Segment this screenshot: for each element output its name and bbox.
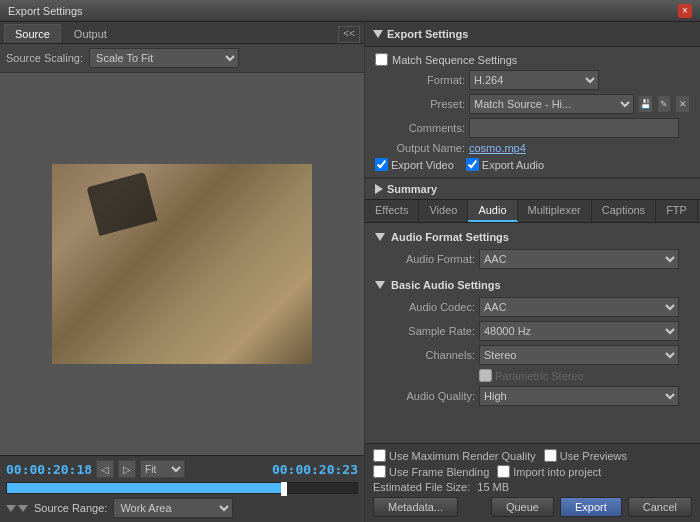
tab-bar: Source Output << (0, 22, 364, 44)
use-previews-checkbox[interactable] (544, 449, 557, 462)
comments-input[interactable] (469, 118, 679, 138)
audio-codec-row: Audio Codec: AAC (375, 297, 690, 317)
scrubber-handle[interactable] (281, 482, 287, 496)
frame-blending-checkbox[interactable] (373, 465, 386, 478)
close-button[interactable]: × (678, 4, 692, 18)
preset-label: Preset: (375, 98, 465, 110)
format-select[interactable]: H.264 (469, 70, 599, 90)
match-seq-label: Match Sequence Settings (392, 54, 517, 66)
preview-area (0, 73, 364, 455)
file-size-value: 15 MB (477, 481, 509, 493)
scrubber-fill (7, 483, 287, 493)
match-seq-row: Match Sequence Settings (375, 53, 690, 66)
main-container: Source Output << Source Scaling: Scale T… (0, 22, 700, 522)
summary-label: Summary (387, 183, 437, 195)
source-range-label: Source Range: (34, 502, 107, 514)
panel-tabs: Effects Video Audio Multiplexer Captions… (365, 199, 700, 223)
source-range-select[interactable]: Work Area (113, 498, 233, 518)
preview-image (52, 164, 312, 364)
audio-codec-select[interactable]: AAC (479, 297, 679, 317)
frame-blending-label: Use Frame Blending (373, 465, 489, 478)
summary-row: Summary (365, 178, 700, 199)
match-seq-checkbox[interactable] (375, 53, 388, 66)
fit-select[interactable]: Fit (140, 460, 185, 478)
tab-multiplexer[interactable]: Multiplexer (518, 200, 592, 222)
export-checkboxes: Export Video Export Audio (375, 158, 690, 171)
expand-icon (373, 30, 383, 38)
output-name-label: Output Name: (375, 142, 465, 154)
options-row-1: Use Maximum Render Quality Use Previews (373, 449, 692, 462)
tab-audio[interactable]: Audio (468, 200, 517, 222)
export-audio-label: Export Audio (466, 158, 544, 171)
source-scaling-select[interactable]: Scale To Fit (89, 48, 239, 68)
export-button[interactable]: Export (560, 497, 622, 517)
export-video-checkbox[interactable] (375, 158, 388, 171)
max-render-checkbox[interactable] (373, 449, 386, 462)
source-scaling-label: Source Scaling: (6, 52, 83, 64)
metadata-button[interactable]: Metadata... (373, 497, 458, 517)
save-preset-btn[interactable]: 💾 (638, 95, 653, 113)
channels-select[interactable]: Stereo (479, 345, 679, 365)
source-scaling-bar: Source Scaling: Scale To Fit (0, 44, 364, 73)
channels-row: Channels: Stereo (375, 345, 690, 365)
export-audio-checkbox[interactable] (466, 158, 479, 171)
parametric-stereo-row: Parametric Stereo (375, 369, 690, 382)
import-project-label: Import into project (497, 465, 601, 478)
basic-audio-header: Basic Audio Settings (375, 279, 690, 291)
options-row-2: Use Frame Blending Import into project (373, 465, 692, 478)
basic-audio-expand-icon (375, 281, 385, 289)
audio-format-header: Audio Format Settings (375, 231, 690, 243)
right-panel: Export Settings Match Sequence Settings … (365, 22, 700, 522)
channels-label: Channels: (375, 349, 475, 361)
preset-select[interactable]: Match Source - Hi... (469, 94, 634, 114)
edit-preset-btn[interactable]: ✎ (657, 95, 672, 113)
output-name-row: Output Name: cosmo.mp4 (375, 142, 690, 154)
audio-format-select[interactable]: AAC (479, 249, 679, 269)
audio-quality-row: Audio Quality: High (375, 386, 690, 406)
preset-row: Preset: Match Source - Hi... 💾 ✎ ✕ (375, 94, 690, 114)
sample-rate-select[interactable]: 48000 Hz (479, 321, 679, 341)
audio-format-section: Audio Format Settings Audio Format: AAC (375, 231, 690, 269)
format-label: Format: (375, 74, 465, 86)
tab-output[interactable]: Output (63, 24, 118, 43)
sample-rate-row: Sample Rate: 48000 Hz (375, 321, 690, 341)
left-panel: Source Output << Source Scaling: Scale T… (0, 22, 365, 522)
export-settings-body: Match Sequence Settings Format: H.264 Pr… (365, 47, 700, 178)
parametric-stereo-checkbox[interactable] (479, 369, 492, 382)
audio-quality-select[interactable]: High (479, 386, 679, 406)
current-timecode: 00:00:20:18 (6, 462, 92, 477)
title-bar-text: Export Settings (8, 5, 83, 17)
audio-format-row: Audio Format: AAC (375, 249, 690, 269)
audio-panel: Audio Format Settings Audio Format: AAC … (365, 223, 700, 443)
next-frame-btn[interactable]: ▷ (118, 460, 136, 478)
tab-captions[interactable]: Captions (592, 200, 656, 222)
export-settings-header: Export Settings (365, 22, 700, 47)
output-name-link[interactable]: cosmo.mp4 (469, 142, 526, 154)
tab-video[interactable]: Video (419, 200, 468, 222)
summary-expand-icon (375, 184, 383, 194)
in-point-marker[interactable] (6, 505, 16, 512)
prev-frame-btn[interactable]: ◁ (96, 460, 114, 478)
source-range-bar: Source Range: Work Area (6, 498, 358, 518)
tab-ftp[interactable]: FTP (656, 200, 698, 222)
import-project-checkbox[interactable] (497, 465, 510, 478)
timeline-bar: 00:00:20:18 ◁ ▷ Fit 00:00:20:23 Source R (0, 455, 364, 522)
cancel-button[interactable]: Cancel (628, 497, 692, 517)
scrubber-container[interactable] (6, 482, 358, 494)
queue-button[interactable]: Queue (491, 497, 554, 517)
bottom-options: Use Maximum Render Quality Use Previews … (365, 443, 700, 522)
tab-effects[interactable]: Effects (365, 200, 419, 222)
range-markers (6, 505, 28, 512)
max-render-label: Use Maximum Render Quality (373, 449, 536, 462)
tab-source[interactable]: Source (4, 24, 61, 43)
comments-label: Comments: (375, 122, 465, 134)
export-settings-title: Export Settings (373, 28, 468, 40)
collapse-button[interactable]: << (338, 26, 360, 43)
delete-preset-btn[interactable]: ✕ (675, 95, 690, 113)
timeline-controls: 00:00:20:18 ◁ ▷ Fit 00:00:20:23 (6, 460, 358, 478)
title-bar: Export Settings × (0, 0, 700, 22)
file-size-row: Estimated File Size: 15 MB (373, 481, 692, 493)
audio-format-label: Audio Format: (375, 253, 475, 265)
comments-row: Comments: (375, 118, 690, 138)
out-point-marker[interactable] (18, 505, 28, 512)
